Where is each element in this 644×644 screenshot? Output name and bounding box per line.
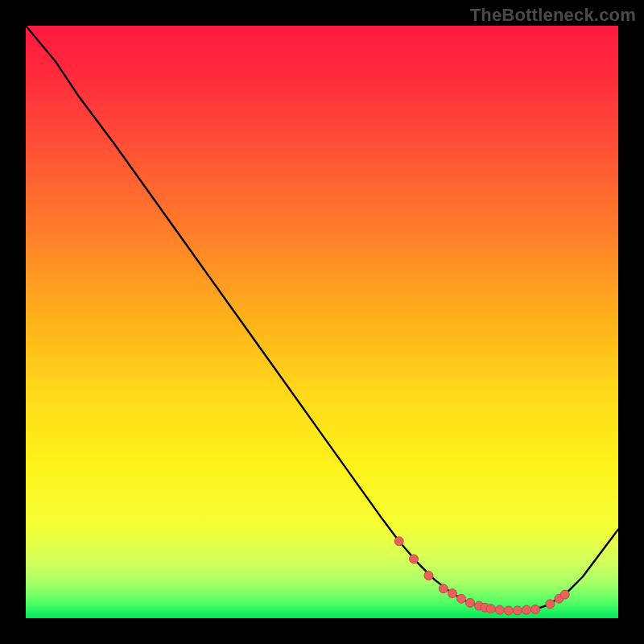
curve-marker	[424, 572, 433, 580]
gradient-background	[26, 26, 618, 618]
curve-marker	[530, 605, 539, 613]
chart-plot-area	[26, 26, 618, 618]
curve-marker	[466, 598, 475, 607]
curve-marker	[504, 606, 513, 615]
curve-marker	[560, 590, 569, 599]
chart-svg	[26, 26, 618, 618]
curve-marker	[546, 600, 555, 609]
curve-marker	[456, 594, 465, 603]
curve-marker	[495, 605, 504, 614]
chart-stage: TheBottleneck.com	[0, 0, 644, 644]
curve-marker	[394, 537, 403, 546]
curve-marker	[410, 555, 419, 564]
curve-marker	[448, 589, 456, 598]
curve-marker	[486, 605, 495, 613]
curve-marker	[513, 606, 522, 615]
curve-marker	[522, 605, 530, 614]
watermark-text: TheBottleneck.com	[470, 5, 636, 26]
curve-marker	[439, 584, 448, 593]
